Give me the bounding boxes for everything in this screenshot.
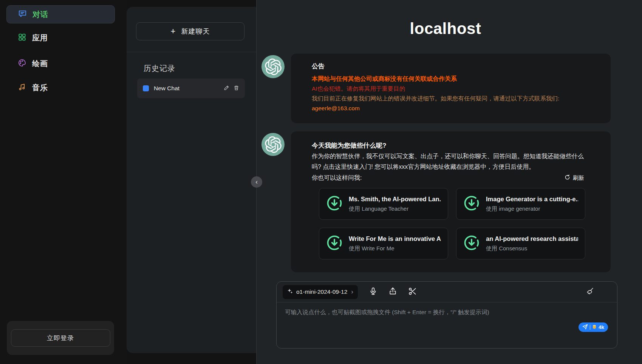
assistant-avatar [261, 55, 285, 78]
sidebar-item-label: 对话 [32, 9, 48, 20]
suggestion-card[interactable]: Write For Me is an innovative A... 使用 Wr… [319, 228, 448, 259]
paper-plane-icon [582, 324, 588, 331]
announcement-line: AI也会犯错。请勿将其用于重要目的 [312, 84, 584, 94]
new-chat-label: 新建聊天 [181, 27, 210, 36]
delete-chat-button[interactable] [234, 85, 239, 92]
grid-icon [18, 33, 26, 43]
login-button[interactable]: 立即登录 [11, 329, 110, 347]
download-circle-icon [463, 195, 480, 213]
model-name: o1-mini-2024-09-12 [296, 288, 347, 295]
download-circle-icon [326, 195, 343, 213]
app-window: 对话 应用 绘画 [0, 0, 642, 364]
openai-logo-icon [265, 136, 282, 153]
sidebar-item-music[interactable]: 音乐 [6, 79, 115, 97]
sidebar-item-label: 绘画 [32, 59, 48, 69]
welcome-heading: 今天我能为您做些什么呢? [312, 140, 584, 151]
collapse-panel-button[interactable]: ‹ [251, 176, 262, 188]
refresh-suggestions-button[interactable]: 刷新 [565, 174, 584, 182]
clear-context-button[interactable] [586, 287, 594, 297]
send-button[interactable]: 4k [579, 322, 608, 332]
sidebar: 对话 应用 绘画 [0, 0, 127, 364]
welcome-message: 今天我能为您做些什么呢? 作为你的智慧伙伴，我不仅可以写文案、出点子，还可以和你… [291, 131, 611, 272]
model-selector[interactable]: o1-mini-2024-09-12 › [283, 285, 358, 299]
suggestion-title: Image Generator is a cutting-e... [486, 196, 578, 203]
upload-file-button[interactable] [388, 287, 397, 297]
plus-icon: + [171, 26, 176, 36]
announcement-line: 我们目前正在修复我们网站上的错误并改进细节。如果您有任何疑问，请通过以下方式联系… [312, 94, 584, 103]
music-note-icon [18, 83, 26, 93]
upload-icon [388, 287, 397, 297]
chevron-left-icon: ‹ [255, 178, 258, 186]
suggestion-subtitle: 使用 Consensus [486, 245, 578, 252]
edit-chat-button[interactable] [224, 85, 229, 92]
history-item[interactable]: New Chat [137, 79, 245, 98]
voice-input-button[interactable] [369, 287, 377, 297]
composer: o1-mini-2024-09-12 › [276, 281, 617, 349]
chat-bubble-icon [18, 9, 27, 20]
chat-color-dot [143, 85, 149, 91]
screenshot-button[interactable] [408, 287, 417, 297]
message-input[interactable]: 可输入说点什么，也可贴截图或拖拽文件 (Shift + Enter = 换行，"… [277, 302, 617, 349]
sidebar-item-label: 音乐 [32, 83, 48, 93]
sidebar-item-label: 应用 [32, 33, 48, 43]
chat-title: New Chat [154, 85, 224, 92]
suggestion-title: an AI-powered research assista... [486, 235, 578, 242]
openai-logo-icon [265, 59, 282, 75]
announcement-line: 本网站与任何其他公司或商标没有任何关联或合作关系 [312, 74, 584, 84]
refresh-label: 刷新 [573, 174, 584, 182]
sidebar-item-apps[interactable]: 应用 [6, 29, 115, 47]
suggestion-card[interactable]: Ms. Smith, the AI-powered Lan... 使用 Lang… [319, 188, 448, 220]
new-chat-button[interactable]: + 新建聊天 [136, 22, 244, 40]
broom-icon [586, 287, 594, 297]
pencil-icon [224, 85, 229, 92]
refresh-icon [565, 174, 570, 181]
announcement-message: 公告 本网站与任何其他公司或商标没有任何关联或合作关系 AI也会犯错。请勿将其用… [291, 54, 611, 123]
download-circle-icon [463, 234, 480, 253]
token-count-badge: 4k [599, 324, 604, 330]
history-title: 历史记录 [144, 63, 175, 74]
suggestion-title: Ms. Smith, the AI-powered Lan... [349, 196, 441, 203]
chat-list-panel: + 新建聊天 历史记录 New Chat [127, 7, 256, 353]
composer-toolbar: o1-mini-2024-09-12 › [277, 282, 617, 302]
divider [590, 325, 590, 330]
suggestion-card[interactable]: an AI-powered research assista... 使用 Con… [456, 228, 585, 259]
sidebar-item-chat[interactable]: 对话 [6, 5, 115, 23]
main-chat-area: localhost 公告 本网站与任何其他公司或商标没有任何关联或合作关系 AI… [257, 0, 642, 364]
announcement-heading: 公告 [312, 61, 584, 72]
panel-divider [127, 52, 256, 52]
suggestion-card[interactable]: Image Generator is a cutting-e... 使用 ima… [456, 188, 585, 220]
input-placeholder: 可输入说点什么，也可贴截图或拖拽文件 (Shift + Enter = 换行，"… [285, 309, 489, 315]
welcome-body: 作为你的智慧伙伴，我不仅可以写文案、出点子，还可以和你聊天、回答问题。想知道我还… [312, 151, 584, 172]
suggestion-cards: Ms. Smith, the AI-powered Lan... 使用 Lang… [319, 188, 584, 259]
login-card: 立即登录 [7, 321, 114, 355]
scissors-icon [408, 287, 417, 297]
trash-icon [234, 85, 239, 92]
page-title: localhost [257, 20, 634, 38]
coin-icon [592, 324, 597, 330]
suggestion-subtitle: 使用 image generator [486, 205, 578, 213]
chevron-right-icon: › [351, 288, 353, 296]
microphone-icon [369, 287, 377, 297]
palette-icon [18, 59, 26, 69]
download-circle-icon [326, 234, 343, 253]
sparkle-icon [287, 288, 293, 296]
suggestion-subtitle: 使用 Write For Me [349, 245, 441, 252]
suggestion-title: Write For Me is an innovative A... [349, 235, 441, 242]
assistant-avatar [261, 133, 285, 156]
sidebar-item-draw[interactable]: 绘画 [6, 54, 115, 72]
suggestion-subtitle: 使用 Language Teacher [349, 205, 441, 213]
ask-hint: 你也可以这样问我: [312, 174, 362, 182]
contact-email-link[interactable]: ageerle@163.com [312, 103, 584, 113]
